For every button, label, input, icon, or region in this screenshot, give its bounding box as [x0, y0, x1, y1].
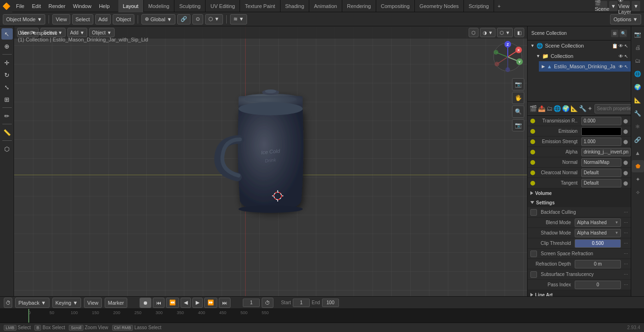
menu-window[interactable]: Window — [69, 0, 95, 12]
transform-pivot-btn[interactable]: ⊕ Global ▼ — [141, 14, 175, 24]
blend-mode-dropdown[interactable]: Alpha Hashed ▼ — [575, 219, 621, 227]
props-output-btn[interactable]: 🖨 — [632, 41, 644, 54]
collection-select-icon[interactable]: ↖ — [624, 54, 628, 59]
props-constraints-btn[interactable]: 🔗 — [632, 134, 644, 146]
tab-layout[interactable]: Layout — [118, 0, 144, 12]
prop-object-icon-btn[interactable]: 📐 — [570, 103, 578, 115]
tab-animation[interactable]: Animation — [309, 0, 342, 12]
props-render-btn[interactable]: 📷 — [632, 28, 644, 40]
camera-view-btn[interactable]: 📷 — [512, 78, 524, 90]
props-world-btn[interactable]: 🌍 — [632, 81, 644, 93]
tab-scripting[interactable]: Scripting — [464, 0, 494, 12]
tab-rendering[interactable]: Rendering — [342, 0, 376, 12]
collection-item[interactable]: ▼ 📁 Collection 👁 ↖ — [533, 51, 631, 61]
object-mode-selector[interactable]: Object Mode ▼ — [3, 14, 45, 24]
viewport-shading-btn[interactable]: ◑ ▼ — [480, 28, 496, 37]
menu-help[interactable]: Help — [95, 0, 114, 12]
current-frame-input[interactable]: 1 — [243, 299, 260, 307]
props-physics-btn[interactable]: ⚛ — [632, 121, 644, 133]
scene-collection-item[interactable]: ▼ 🌐 Scene Collection 📋 👁 ↖ — [528, 40, 631, 51]
refraction-depth-value[interactable]: 0 m — [575, 260, 621, 268]
object-menu-btn[interactable]: Object — [113, 14, 134, 24]
props-modifier-btn[interactable]: 🔧 — [632, 107, 644, 120]
clip-threshold-input[interactable]: 0.500 — [575, 239, 621, 248]
viewport-render-mode-btn[interactable]: ⬡ — [469, 28, 479, 37]
select-tool-btn[interactable]: ↖ — [1, 28, 13, 40]
gizmo-btn[interactable]: ≋ ▼ — [230, 14, 248, 24]
timeline-marker-btn[interactable]: Marker — [105, 298, 127, 308]
navigation-gizmo[interactable]: X Y Z — [491, 40, 524, 73]
props-particles-btn[interactable]: ✧ — [632, 186, 644, 199]
transform-tool-btn[interactable]: ⊞ — [1, 94, 13, 105]
mesh-eye-icon[interactable]: 👁 — [619, 64, 623, 69]
timeline-body[interactable]: 0 50 100 150 200 250 300 350 400 450 500… — [0, 309, 644, 323]
props-scene-btn[interactable]: 🌐 — [632, 68, 644, 80]
play-reverse-btn[interactable]: ◀ — [181, 298, 191, 308]
step-back-btn[interactable]: ⏪ — [166, 298, 179, 308]
overlay-btn[interactable]: ⬡ ▼ — [205, 14, 223, 24]
add-object-btn[interactable]: ⬡ — [1, 143, 13, 154]
mesh-object-item[interactable]: ▶ ▲ Estilo_Mason_Drinking_Ja 👁 ↖ — [539, 61, 631, 72]
prop-particles-icon-btn[interactable]: ✦ — [587, 103, 593, 115]
viewport-xray-btn[interactable]: ◧ — [514, 28, 524, 37]
prop-world-icon-btn[interactable]: 🌍 — [562, 103, 570, 115]
menu-edit[interactable]: Edit — [28, 0, 45, 12]
walk-navigate-btn[interactable]: 🖐 — [512, 92, 524, 104]
timeline-view-btn[interactable]: View — [84, 298, 102, 308]
tab-compositing[interactable]: Compositing — [376, 0, 415, 12]
prop-output-icon-btn[interactable]: 📤 — [538, 103, 545, 115]
viewport-overlay-btn[interactable]: ⬡ ▼ — [497, 28, 513, 37]
zoom-camera-btn[interactable]: 🔍 — [512, 105, 524, 118]
record-btn[interactable]: ⏺ — [140, 298, 151, 308]
prop-view-layer-icon-btn[interactable]: 🗂 — [546, 103, 553, 115]
mesh-select-icon[interactable]: ↖ — [624, 64, 628, 69]
outliner-filter-btn[interactable]: ⊞ — [611, 30, 619, 37]
props-shaderfx-btn[interactable]: ✦ — [632, 173, 644, 186]
select-icon[interactable]: ↖ — [624, 43, 628, 49]
screen-space-refraction-checkbox[interactable] — [530, 251, 537, 257]
prop-modifier-icon-btn[interactable]: 🔧 — [579, 103, 586, 115]
scene-selector[interactable]: 🎬 Scene — [597, 1, 607, 11]
collection-eye-icon[interactable]: 👁 — [619, 54, 623, 59]
alpha-value[interactable]: drinking_j..._invert.pn — [581, 148, 631, 156]
cursor-tool-btn[interactable]: ⊕ — [1, 40, 13, 52]
normal-value[interactable]: Normal/Map — [581, 158, 621, 167]
jump-end-btn[interactable]: ⏭ — [219, 298, 231, 308]
timeline-icon-btn[interactable]: ⏱ — [4, 298, 12, 308]
options-btn[interactable]: Options ▼ — [610, 14, 641, 24]
3d-viewport[interactable]: View ▼ Select ▼ Add ▼ Object ▼ ⬡ ◑ ▼ ⬡ ▼… — [14, 26, 527, 296]
pass-index-value[interactable]: 0 — [575, 281, 621, 289]
frame-rate-btn[interactable]: ⏱ — [262, 298, 273, 308]
emission-color[interactable] — [581, 127, 621, 136]
scale-tool-btn[interactable]: ⤡ — [1, 81, 13, 93]
line-art-section-header[interactable]: Line Art — [528, 290, 631, 296]
timeline-keying-btn[interactable]: Keying ▼ — [52, 298, 82, 308]
transmission-value[interactable]: 0.000 — [581, 117, 621, 125]
view-menu-btn[interactable]: View — [52, 14, 70, 24]
backface-culling-checkbox[interactable] — [530, 209, 537, 216]
emission-strength-value[interactable]: 1.000 — [581, 138, 621, 146]
select-menu-btn[interactable]: Select — [72, 14, 93, 24]
render-engine-btn[interactable]: ▼ — [609, 1, 618, 11]
tab-texture-paint[interactable]: Texture Paint — [240, 0, 280, 12]
view-layer-btn[interactable]: ▼ — [632, 1, 640, 11]
annotate-tool-btn[interactable]: ✏ — [1, 110, 13, 121]
start-frame-input[interactable]: 1 — [293, 299, 310, 307]
props-material-btn[interactable]: ⬟ — [632, 160, 644, 172]
tab-uv-editing[interactable]: UV Editing — [206, 0, 240, 12]
eye-icon[interactable]: 👁 — [619, 43, 623, 49]
props-viewlayer-btn[interactable]: 🗂 — [632, 55, 644, 67]
orbit-btn[interactable]: 📷 — [512, 119, 524, 131]
subsurface-translucency-checkbox[interactable] — [530, 271, 537, 278]
jump-start-btn[interactable]: ⏮ — [153, 298, 165, 308]
normal-link-icon[interactable]: ⬤ — [623, 160, 628, 165]
rotate-tool-btn[interactable]: ↻ — [1, 69, 13, 81]
end-frame-input[interactable]: 100 — [322, 299, 339, 307]
tab-modeling[interactable]: Modeling — [144, 0, 175, 12]
view-layer-selector[interactable]: 👁 View Layer — [619, 1, 630, 11]
volume-section-header[interactable]: Volume — [528, 188, 631, 198]
tab-shading[interactable]: Shading — [281, 0, 309, 12]
shadow-mode-dropdown[interactable]: Alpha Hashed ▼ — [575, 229, 621, 237]
proportional-edit-btn[interactable]: ⊙ — [192, 14, 203, 24]
prop-search-input[interactable] — [594, 104, 631, 113]
